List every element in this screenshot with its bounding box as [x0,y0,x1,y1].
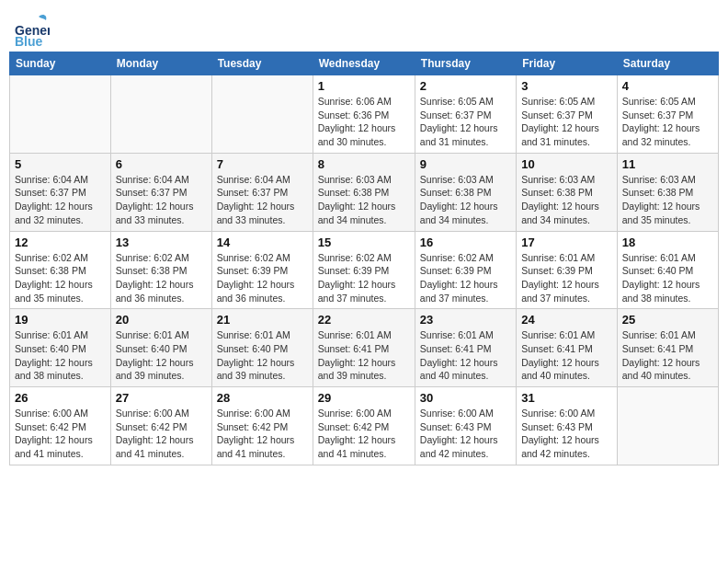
weekday-header: Monday [110,52,211,75]
calendar-cell: 18Sunrise: 6:01 AM Sunset: 6:40 PM Dayli… [617,231,718,309]
calendar-cell: 21Sunrise: 6:01 AM Sunset: 6:40 PM Dayli… [211,309,313,387]
day-number: 28 [217,391,308,405]
calendar-week-row: 26Sunrise: 6:00 AM Sunset: 6:42 PM Dayli… [10,387,719,465]
calendar-cell: 9Sunrise: 6:03 AM Sunset: 6:38 PM Daylig… [415,153,516,231]
day-number: 27 [116,391,207,405]
day-detail: Sunrise: 6:01 AM Sunset: 6:41 PM Dayligh… [420,328,511,383]
day-number: 12 [15,236,106,249]
day-detail: Sunrise: 6:02 AM Sunset: 6:39 PM Dayligh… [217,251,308,305]
day-detail: Sunrise: 6:02 AM Sunset: 6:38 PM Dayligh… [15,251,106,305]
weekday-header: Friday [517,52,618,75]
calendar-cell: 17Sunrise: 6:01 AM Sunset: 6:39 PM Dayli… [517,231,618,309]
logo: General Blue [13,9,53,46]
calendar-cell: 19Sunrise: 6:01 AM Sunset: 6:40 PM Dayli… [10,309,111,387]
page-header: General Blue [9,9,719,46]
day-detail: Sunrise: 6:01 AM Sunset: 6:40 PM Dayligh… [15,328,106,383]
day-number: 24 [521,313,612,327]
calendar-cell: 22Sunrise: 6:01 AM Sunset: 6:41 PM Dayli… [313,309,415,387]
day-detail: Sunrise: 6:01 AM Sunset: 6:40 PM Dayligh… [217,328,308,383]
day-number: 16 [420,236,511,249]
calendar-cell: 24Sunrise: 6:01 AM Sunset: 6:41 PM Dayli… [517,309,618,387]
day-number: 20 [116,313,207,327]
calendar-cell: 6Sunrise: 6:04 AM Sunset: 6:37 PM Daylig… [110,153,211,231]
calendar-cell: 31Sunrise: 6:00 AM Sunset: 6:43 PM Dayli… [517,387,618,465]
day-number: 26 [15,391,106,405]
day-detail: Sunrise: 6:01 AM Sunset: 6:41 PM Dayligh… [521,328,612,383]
calendar-cell [110,75,211,154]
calendar-cell: 12Sunrise: 6:02 AM Sunset: 6:38 PM Dayli… [10,231,111,309]
calendar-cell: 2Sunrise: 6:05 AM Sunset: 6:37 PM Daylig… [415,75,516,154]
day-detail: Sunrise: 6:01 AM Sunset: 6:40 PM Dayligh… [622,251,713,305]
weekday-header: Sunday [10,52,111,75]
day-number: 23 [420,313,511,327]
day-detail: Sunrise: 6:00 AM Sunset: 6:43 PM Dayligh… [521,407,612,461]
svg-text:Blue: Blue [15,34,43,46]
calendar-cell: 25Sunrise: 6:01 AM Sunset: 6:41 PM Dayli… [617,309,718,387]
calendar-cell: 4Sunrise: 6:05 AM Sunset: 6:37 PM Daylig… [617,75,718,154]
calendar-cell: 13Sunrise: 6:02 AM Sunset: 6:38 PM Dayli… [110,231,211,309]
calendar-cell: 7Sunrise: 6:04 AM Sunset: 6:37 PM Daylig… [211,153,313,231]
calendar-cell: 29Sunrise: 6:00 AM Sunset: 6:42 PM Dayli… [313,387,415,465]
calendar-week-row: 1Sunrise: 6:06 AM Sunset: 6:36 PM Daylig… [10,75,719,154]
day-detail: Sunrise: 6:00 AM Sunset: 6:42 PM Dayligh… [116,407,207,461]
weekday-header: Saturday [617,52,718,75]
weekday-header: Wednesday [313,52,415,75]
day-number: 30 [420,391,511,405]
day-detail: Sunrise: 6:02 AM Sunset: 6:39 PM Dayligh… [420,251,511,305]
day-detail: Sunrise: 6:00 AM Sunset: 6:42 PM Dayligh… [15,407,106,461]
day-number: 13 [116,236,207,249]
calendar-week-row: 5Sunrise: 6:04 AM Sunset: 6:37 PM Daylig… [10,153,719,231]
day-detail: Sunrise: 6:03 AM Sunset: 6:38 PM Dayligh… [420,173,511,227]
day-detail: Sunrise: 6:03 AM Sunset: 6:38 PM Dayligh… [521,173,612,227]
day-number: 29 [318,391,410,405]
day-detail: Sunrise: 6:02 AM Sunset: 6:39 PM Dayligh… [318,251,410,305]
day-detail: Sunrise: 6:05 AM Sunset: 6:37 PM Dayligh… [622,95,713,149]
day-number: 17 [521,236,612,249]
calendar-cell [211,75,313,154]
weekday-header-row: SundayMondayTuesdayWednesdayThursdayFrid… [10,52,719,75]
day-number: 6 [116,157,207,171]
day-number: 25 [622,313,713,327]
calendar-cell: 5Sunrise: 6:04 AM Sunset: 6:37 PM Daylig… [10,153,111,231]
day-detail: Sunrise: 6:03 AM Sunset: 6:38 PM Dayligh… [622,173,713,227]
day-number: 14 [217,236,308,249]
day-number: 22 [318,313,410,327]
calendar-cell: 30Sunrise: 6:00 AM Sunset: 6:43 PM Dayli… [415,387,516,465]
day-detail: Sunrise: 6:00 AM Sunset: 6:42 PM Dayligh… [318,407,410,461]
calendar-cell: 16Sunrise: 6:02 AM Sunset: 6:39 PM Dayli… [415,231,516,309]
day-number: 4 [622,79,713,93]
day-detail: Sunrise: 6:04 AM Sunset: 6:37 PM Dayligh… [217,173,308,227]
day-detail: Sunrise: 6:04 AM Sunset: 6:37 PM Dayligh… [116,173,207,227]
calendar-cell: 28Sunrise: 6:00 AM Sunset: 6:42 PM Dayli… [211,387,313,465]
calendar-cell: 15Sunrise: 6:02 AM Sunset: 6:39 PM Dayli… [313,231,415,309]
day-number: 10 [521,157,612,171]
day-number: 5 [15,157,106,171]
day-detail: Sunrise: 6:01 AM Sunset: 6:41 PM Dayligh… [318,328,410,383]
day-number: 1 [318,79,410,93]
calendar-cell: 27Sunrise: 6:00 AM Sunset: 6:42 PM Dayli… [110,387,211,465]
weekday-header: Thursday [415,52,516,75]
day-detail: Sunrise: 6:05 AM Sunset: 6:37 PM Dayligh… [521,95,612,149]
day-number: 19 [15,313,106,327]
day-number: 31 [521,391,612,405]
calendar-week-row: 12Sunrise: 6:02 AM Sunset: 6:38 PM Dayli… [10,231,719,309]
logo-icon: General Blue [13,9,50,46]
calendar-cell [617,387,718,465]
day-number: 11 [622,157,713,171]
calendar-table: SundayMondayTuesdayWednesdayThursdayFrid… [9,52,719,465]
day-number: 7 [217,157,308,171]
day-number: 2 [420,79,511,93]
calendar-cell: 8Sunrise: 6:03 AM Sunset: 6:38 PM Daylig… [313,153,415,231]
calendar-cell: 10Sunrise: 6:03 AM Sunset: 6:38 PM Dayli… [517,153,618,231]
day-detail: Sunrise: 6:00 AM Sunset: 6:43 PM Dayligh… [420,407,511,461]
day-number: 3 [521,79,612,93]
day-detail: Sunrise: 6:01 AM Sunset: 6:39 PM Dayligh… [521,251,612,305]
day-detail: Sunrise: 6:02 AM Sunset: 6:38 PM Dayligh… [116,251,207,305]
day-number: 9 [420,157,511,171]
day-number: 15 [318,236,410,249]
weekday-header: Tuesday [211,52,313,75]
day-number: 18 [622,236,713,249]
day-number: 8 [318,157,410,171]
calendar-cell: 1Sunrise: 6:06 AM Sunset: 6:36 PM Daylig… [313,75,415,154]
day-detail: Sunrise: 6:01 AM Sunset: 6:40 PM Dayligh… [116,328,207,383]
